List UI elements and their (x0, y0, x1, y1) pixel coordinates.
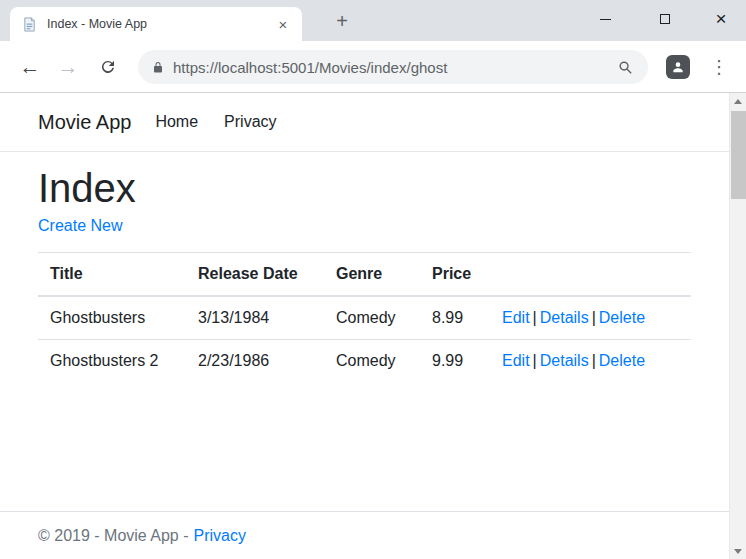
new-tab-button[interactable]: + (330, 9, 354, 33)
main-content: Index Create New Title Release Date Genr… (0, 152, 729, 382)
address-bar[interactable]: https://localhost:5001/Movies/index/ghos… (138, 50, 648, 84)
cell-release-date: 3/13/1984 (186, 296, 324, 340)
brand-link[interactable]: Movie App (38, 111, 131, 134)
scroll-up-icon (734, 99, 742, 104)
tab-favicon (22, 17, 37, 32)
details-link[interactable]: Details (540, 309, 589, 326)
scroll-down-icon (734, 549, 742, 554)
reload-button[interactable] (94, 53, 122, 81)
page-title: Index (38, 166, 691, 210)
details-link[interactable]: Details (540, 352, 589, 369)
cell-actions: Edit|Details|Delete (490, 340, 691, 383)
create-new-link[interactable]: Create New (38, 216, 122, 236)
delete-link[interactable]: Delete (599, 309, 645, 326)
cell-price: 9.99 (420, 340, 490, 383)
cell-title: Ghostbusters 2 (38, 340, 186, 383)
close-window-button[interactable]: × (700, 4, 742, 34)
nav-link-home[interactable]: Home (155, 113, 198, 131)
edit-link[interactable]: Edit (502, 352, 530, 369)
forward-button[interactable]: → (54, 53, 82, 81)
tab-close-icon[interactable]: × (274, 15, 292, 33)
cell-price: 8.99 (420, 296, 490, 340)
action-separator: | (533, 352, 537, 369)
maximize-button[interactable] (644, 4, 686, 34)
header-price: Price (420, 253, 490, 297)
scroll-thumb[interactable] (731, 111, 746, 199)
footer-privacy-link[interactable]: Privacy (194, 527, 246, 545)
header-genre: Genre (324, 253, 420, 297)
action-separator: | (592, 352, 596, 369)
scrollbar[interactable] (729, 93, 746, 559)
lock-icon (152, 61, 164, 74)
table-row: Ghostbusters 3/13/1984 Comedy 8.99 Edit|… (38, 296, 691, 340)
tab-title: Index - Movie App (47, 17, 274, 31)
cell-actions: Edit|Details|Delete (490, 296, 691, 340)
profile-icon (671, 60, 685, 74)
browser-menu-button[interactable]: ⋮ (704, 51, 734, 83)
header-title: Title (38, 253, 186, 297)
browser-chrome: Index - Movie App × + × ← → https://loca… (0, 0, 746, 93)
table-row: Ghostbusters 2 2/23/1986 Comedy 9.99 Edi… (38, 340, 691, 383)
edit-link[interactable]: Edit (502, 309, 530, 326)
reload-icon (99, 58, 117, 76)
nav-link-privacy[interactable]: Privacy (224, 113, 276, 131)
profile-button[interactable] (666, 55, 690, 79)
cell-title: Ghostbusters (38, 296, 186, 340)
scroll-up-button[interactable] (730, 93, 746, 109)
tab-strip: Index - Movie App × + × (0, 0, 746, 41)
delete-link[interactable]: Delete (599, 352, 645, 369)
site-footer: © 2019 - Movie App - Privacy (0, 511, 729, 559)
url-text: https://localhost:5001/Movies/index/ghos… (173, 59, 447, 76)
movies-table: Title Release Date Genre Price Ghostbust… (38, 252, 691, 382)
browser-toolbar: ← → https://localhost:5001/Movies/index/… (0, 41, 746, 93)
action-separator: | (592, 309, 596, 326)
header-release-date: Release Date (186, 253, 324, 297)
header-actions (490, 253, 691, 297)
table-header-row: Title Release Date Genre Price (38, 253, 691, 297)
back-button[interactable]: ← (16, 53, 44, 81)
browser-tab[interactable]: Index - Movie App × (10, 7, 302, 41)
cell-genre: Comedy (324, 340, 420, 383)
search-icon[interactable] (617, 59, 634, 76)
site-navbar: Movie App Home Privacy (0, 93, 729, 152)
footer-copyright: © 2019 - Movie App - (38, 527, 189, 545)
minimize-icon (600, 19, 611, 20)
cell-release-date: 2/23/1986 (186, 340, 324, 383)
minimize-button[interactable] (584, 4, 626, 34)
maximize-icon (660, 14, 670, 24)
cell-genre: Comedy (324, 296, 420, 340)
action-separator: | (533, 309, 537, 326)
scroll-down-button[interactable] (730, 543, 746, 559)
page-viewport: Movie App Home Privacy Index Create New … (0, 93, 729, 559)
